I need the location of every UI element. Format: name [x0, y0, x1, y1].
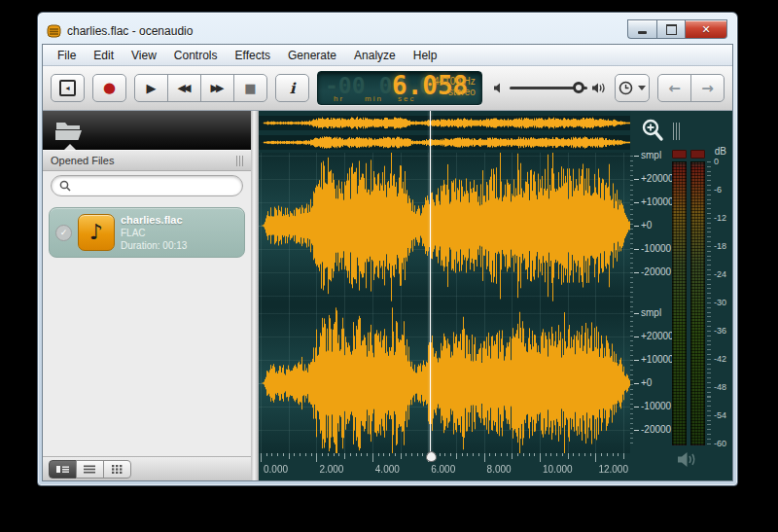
timer-dropdown-button[interactable] [615, 74, 650, 102]
history-nav-group: ← → [657, 74, 725, 102]
menu-item-help[interactable]: Help [405, 47, 446, 64]
sample-scale-label-ch2: +0 [634, 377, 652, 388]
file-meta: charlies.flac FLAC Duration: 00:13 [121, 214, 187, 252]
arrow-left-icon: ← [668, 80, 681, 97]
nav-back-button[interactable]: ← [657, 74, 691, 102]
meter-scale-label: -60 [714, 439, 726, 448]
meter-scale-label: -12 [714, 213, 726, 223]
sample-scale-label-ch2: -20000 [634, 424, 671, 435]
sample-rate: 44100 Hz [434, 76, 476, 87]
volume-low-icon [494, 83, 505, 93]
sample-scale-ticks [630, 156, 633, 447]
level-meter: dB 0-6-12-18-24-30-36-42-48-54-60 [670, 111, 732, 480]
nav-forward-button[interactable]: → [690, 74, 725, 102]
maximize-button[interactable] [656, 19, 686, 39]
sample-scale-column: smpl+20000+10000+0-10000-20000smpl+20000… [630, 111, 673, 480]
meter-scale-ticks [707, 161, 711, 444]
timeline-label: 8.000 [487, 464, 512, 475]
go-to-start-button[interactable]: ◂ [51, 74, 85, 102]
file-name: charlies.flac [121, 214, 187, 227]
sample-scale-label-ch1: smpl [634, 150, 661, 160]
view-details-button[interactable] [49, 460, 77, 479]
channel-mode: stereo [434, 87, 476, 97]
menu-item-analyze[interactable]: Analyze [345, 47, 405, 64]
timeline-label: 6.000 [431, 464, 455, 475]
record-icon: ● [103, 81, 116, 95]
meter-scale-label: -30 [714, 298, 726, 307]
format-info: 44100 Hz stereo [434, 76, 476, 97]
waveform-main-canvas[interactable] [259, 153, 630, 453]
view-grid-button[interactable] [103, 460, 131, 479]
play-icon: ▶ [147, 82, 157, 94]
active-tab-notch [64, 144, 76, 150]
sample-scale-label-ch2: smpl [634, 307, 661, 318]
clip-indicator-left [672, 150, 687, 159]
sample-scale-label-ch1: +10000 [634, 196, 674, 207]
menu-item-view[interactable]: View [123, 47, 165, 64]
meter-scale-label: -36 [714, 326, 726, 336]
sample-scale-label-ch1: +0 [634, 220, 652, 231]
menu-item-generate[interactable]: Generate [279, 47, 345, 64]
timeline-label: 2.000 [319, 464, 343, 475]
meter-scale-label: -54 [714, 410, 726, 420]
volume-knob[interactable] [573, 82, 584, 93]
sample-scale-label-ch2: +10000 [634, 354, 674, 365]
sidebar-tab-strip [43, 111, 251, 150]
sidebar: Opened Files ✓ ♪ [43, 111, 251, 480]
rewind-button[interactable]: ◀◀ [167, 74, 201, 102]
view-list-button[interactable] [76, 460, 104, 479]
meter-bar-right [690, 161, 705, 445]
file-list-item[interactable]: ✓ ♪ charlies.flac FLAC Duration: 00:13 [49, 207, 245, 258]
view-mode-group [49, 460, 131, 479]
volume-control [494, 82, 607, 94]
meter-bar-left [672, 161, 687, 445]
music-note-icon: ♪ [89, 222, 103, 243]
rewind-icon: ◀◀ [178, 83, 192, 93]
menu-item-controls[interactable]: Controls [165, 47, 227, 64]
menu-item-edit[interactable]: Edit [85, 47, 123, 64]
sample-scale-label-ch1: -20000 [634, 266, 671, 277]
clock-icon [619, 81, 633, 95]
stop-icon: ■ [244, 82, 256, 94]
minimize-icon [638, 31, 647, 34]
info-button[interactable]: i [275, 74, 309, 102]
sample-scale-label-ch2: -10000 [634, 401, 671, 411]
timeline-label: 12.000 [598, 464, 628, 475]
monitor-speaker-icon[interactable] [678, 451, 699, 468]
sidebar-tab-opened-files[interactable] [54, 119, 84, 146]
app-logo-icon [47, 23, 62, 39]
header-grip-handle[interactable] [236, 156, 245, 166]
audio-file-icon: ♪ [78, 214, 115, 251]
minimize-button[interactable] [627, 19, 656, 39]
search-input[interactable] [51, 175, 243, 196]
db-unit-label: dB [715, 146, 726, 157]
time-display: -00 00 0 6.058 hr min sec 44100 Hz stere… [317, 71, 482, 105]
folder-icon [54, 119, 84, 142]
waveform-overview-canvas[interactable] [259, 111, 630, 153]
play-button[interactable]: ▶ [134, 74, 168, 102]
file-format: FLAC [121, 227, 187, 239]
fast-forward-button[interactable]: ▶▶ [200, 74, 234, 102]
playback-cursor-handle[interactable] [426, 451, 437, 462]
zoom-in-icon[interactable] [640, 118, 665, 144]
record-button[interactable]: ● [92, 74, 126, 102]
timeline-label: 4.000 [375, 464, 400, 475]
transport-group: ▶ ◀◀ ▶▶ ■ [134, 74, 267, 102]
meter-scale-label: 0 [714, 157, 719, 166]
timeline-label: 10.000 [543, 464, 573, 475]
sidebar-bottom-bar [43, 456, 251, 480]
volume-high-icon [592, 82, 607, 94]
title-bar[interactable]: charlies.flac - ocenaudio ✕ [38, 13, 737, 44]
timeline-label: 0.000 [264, 464, 288, 475]
stop-button[interactable]: ■ [233, 74, 267, 102]
close-button[interactable]: ✕ [686, 19, 727, 39]
fast-forward-icon: ▶▶ [211, 83, 225, 93]
search-icon [59, 180, 71, 192]
meter-scale-label: -48 [714, 382, 726, 392]
sidebar-splitter[interactable] [251, 111, 259, 480]
playback-cursor-line [430, 111, 431, 457]
volume-slider[interactable] [510, 87, 587, 89]
menu-item-file[interactable]: File [49, 47, 85, 64]
sample-scale-label-ch1: +20000 [634, 173, 674, 184]
menu-item-effects[interactable]: Effects [227, 47, 279, 64]
